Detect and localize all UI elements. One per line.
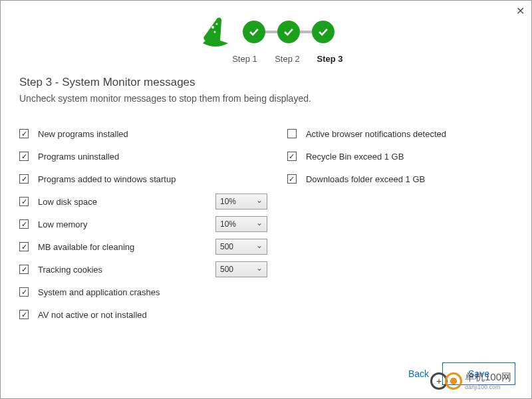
step-1-label: Step 1 [230,54,259,64]
step-connector [265,31,277,33]
dropdown-low-disk[interactable]: 10% [215,194,267,209]
dropdown-tracking-cookies[interactable]: 500 [215,261,267,277]
save-button[interactable]: Save [442,362,515,385]
label-browser-notifications: Active browser notifications detected [306,129,513,139]
label-low-memory: Low memory [38,219,209,229]
step-labels: Step 1 Step 2 Step 3 [43,54,531,64]
step-2-circle [277,21,300,43]
step-3-circle [312,21,334,43]
label-low-disk: Low disk space [38,197,209,207]
close-button[interactable]: ✕ [516,5,525,17]
checkbox-av[interactable] [19,310,29,319]
dropdown-mb-cleaning[interactable]: 500 [215,239,267,255]
back-button[interactable]: Back [408,368,429,379]
checkbox-recycle-bin[interactable] [287,152,297,161]
label-av: AV not active or not installed [38,310,267,320]
checkbox-new-programs[interactable] [19,129,29,138]
checkbox-low-memory[interactable] [19,219,29,229]
checkbox-windows-startup[interactable] [19,174,29,184]
checkbox-crashes[interactable] [19,287,29,297]
label-recycle-bin: Recycle Bin exceed 1 GB [306,152,513,162]
checkbox-programs-uninstalled[interactable] [19,152,29,161]
label-downloads: Downloads folder exceed 1 GB [306,174,513,184]
step-3-label: Step 3 [315,54,344,64]
svg-point-1 [216,23,218,25]
wizard-header [1,1,531,49]
label-crashes: System and application crashes [38,287,267,297]
page-title: Step 3 - System Monitor messages [19,76,513,89]
wizard-hat-icon [198,15,233,49]
label-tracking-cookies: Tracking cookies [38,265,209,275]
label-new-programs: New programs installed [38,129,267,139]
svg-point-2 [214,31,216,33]
step-1-circle [243,21,265,43]
checkbox-low-disk[interactable] [19,197,29,206]
checkmark-icon [282,25,295,39]
dropdown-low-memory[interactable]: 10% [215,216,267,232]
step-connector [300,31,312,33]
svg-point-0 [211,26,214,29]
label-programs-uninstalled: Programs uninstalled [38,152,267,162]
checkbox-tracking-cookies[interactable] [19,265,29,274]
page-subtitle: Uncheck system monitor messages to stop … [19,93,513,104]
checkmark-icon [317,25,330,39]
label-mb-cleaning: MB available for cleaning [38,242,209,252]
step-indicator [243,21,334,43]
checkmark-icon [247,25,261,39]
label-windows-startup: Programs added to windows startup [38,174,267,184]
checkbox-mb-cleaning[interactable] [19,242,29,251]
checkbox-browser-notifications[interactable] [287,129,297,138]
checkbox-downloads[interactable] [287,174,297,184]
step-2-label: Step 2 [273,54,302,64]
